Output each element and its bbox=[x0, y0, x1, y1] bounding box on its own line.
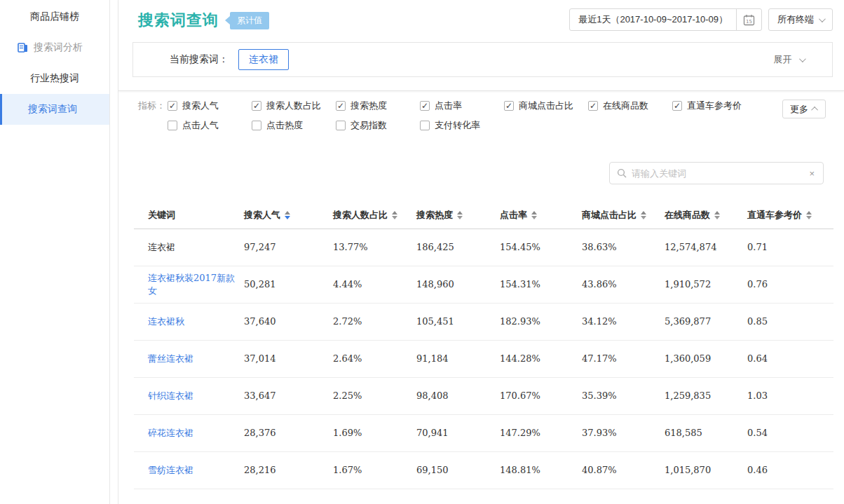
column-header-label: 关键词 bbox=[148, 210, 175, 220]
checkbox-checked-icon[interactable]: ✓ bbox=[336, 101, 346, 111]
value-cell: 154.31% bbox=[500, 266, 582, 303]
more-metrics-button[interactable]: 更多 bbox=[782, 100, 826, 118]
keyword-link-cell[interactable]: 碎花连衣裙 bbox=[134, 414, 244, 451]
sidebar-item-industry-hot-words[interactable]: 行业热搜词 bbox=[0, 63, 109, 94]
sidebar-item-search-word-analysis[interactable]: 搜索词分析 bbox=[0, 32, 109, 63]
value-cell: 2.72% bbox=[333, 303, 416, 340]
sidebar-item-product-shop-ranking[interactable]: 商品店铺榜 bbox=[0, 1, 109, 32]
keyword-search-box: × bbox=[609, 162, 824, 184]
metric-checkbox-label: 点击热度 bbox=[266, 119, 303, 132]
sort-arrows-icon[interactable] bbox=[641, 211, 646, 219]
value-cell: 28,216 bbox=[244, 451, 333, 489]
sort-arrows-icon[interactable] bbox=[806, 211, 812, 219]
value-cell: 13.77% bbox=[333, 229, 416, 266]
search-icon bbox=[617, 168, 627, 178]
metric-checkbox-label: 直通车参考价 bbox=[687, 100, 742, 112]
sortable-column-header[interactable]: 直通车参考价 bbox=[747, 202, 833, 229]
checkbox-checked-icon[interactable]: ✓ bbox=[672, 101, 682, 111]
value-cell: 1.03 bbox=[747, 377, 833, 414]
metric-checkbox-item[interactable]: 交易指数 bbox=[336, 119, 420, 132]
checkbox-checked-icon[interactable]: ✓ bbox=[420, 101, 430, 111]
terminal-filter-dropdown[interactable]: 所有终端 bbox=[768, 8, 833, 31]
value-cell: 147.29% bbox=[500, 414, 582, 451]
metrics-selector: 指标： ✓搜索人气✓搜索人数占比✓搜索热度✓点击率✓商城点击占比✓在线商品数✓直… bbox=[138, 100, 833, 132]
keyword-link-cell[interactable]: 连衣裙秋装2017新款女 bbox=[134, 266, 244, 303]
table-row: 连衣裙秋装2017新款女50,2814.44%148,960154.31%43.… bbox=[134, 266, 833, 303]
metric-checkbox-item[interactable]: 支付转化率 bbox=[420, 119, 504, 132]
metric-checkbox-item[interactable]: ✓点击率 bbox=[420, 100, 504, 112]
metric-checkbox-item[interactable]: 点击人气 bbox=[168, 119, 252, 132]
keyword-link-cell[interactable]: 蕾丝连衣裙 bbox=[134, 340, 244, 377]
metric-checkbox-item[interactable]: ✓搜索人数占比 bbox=[252, 100, 336, 112]
value-cell: 97,247 bbox=[244, 229, 333, 266]
metric-checkbox-item[interactable]: ✓在线商品数 bbox=[588, 100, 672, 112]
value-cell: 0.64 bbox=[747, 340, 833, 377]
value-cell: 50,281 bbox=[244, 266, 333, 303]
sortable-column-header[interactable]: 搜索人数占比 bbox=[333, 202, 416, 229]
column-header-label: 直通车参考价 bbox=[747, 210, 802, 220]
sortable-column-header[interactable]: 在线商品数 bbox=[665, 202, 747, 229]
keyword-link-cell[interactable]: 雪纺连衣裙 bbox=[134, 451, 244, 489]
calendar-icon[interactable]: 15 bbox=[736, 9, 761, 30]
checkbox-unchecked-icon[interactable] bbox=[168, 121, 177, 130]
sort-arrows-icon[interactable] bbox=[285, 211, 290, 219]
metric-checkbox-item[interactable]: ✓搜索人气 bbox=[168, 100, 252, 112]
metric-checkbox-item[interactable]: ✓商城点击占比 bbox=[504, 100, 588, 112]
sort-arrows-icon[interactable] bbox=[392, 211, 397, 219]
keyword-link-cell[interactable]: 连衣裙秋 bbox=[134, 303, 244, 340]
sort-arrows-icon[interactable] bbox=[531, 211, 537, 219]
value-cell: 1.69% bbox=[333, 414, 416, 451]
clear-search-icon[interactable]: × bbox=[808, 168, 816, 179]
date-range-picker[interactable]: 最近1天（2017-10-09~2017-10-09） 15 bbox=[569, 8, 762, 31]
date-range-text[interactable]: 最近1天（2017-10-09~2017-10-09） bbox=[570, 9, 736, 30]
main-content: 搜索词查询 累计值 最近1天（2017-10-09~2017-10-09） 15… bbox=[118, 0, 844, 504]
sortable-column-header[interactable]: 搜索人气 bbox=[244, 202, 333, 229]
checkbox-unchecked-icon[interactable] bbox=[336, 121, 346, 130]
metric-checkbox-item[interactable]: ✓直通车参考价 bbox=[672, 100, 756, 112]
keyword-link-cell[interactable]: 针织连衣裙 bbox=[134, 377, 244, 414]
column-header-label: 商城点击占比 bbox=[582, 210, 637, 220]
metric-checkbox-label: 交易指数 bbox=[350, 119, 387, 132]
sortable-column-header[interactable]: 点击率 bbox=[500, 202, 582, 229]
metric-checkbox-label: 搜索热度 bbox=[350, 100, 387, 112]
sidebar-item-label: 商品店铺榜 bbox=[30, 11, 79, 23]
column-header: 关键词 bbox=[134, 202, 244, 229]
metric-checkbox-label: 搜索人气 bbox=[182, 100, 219, 112]
table-row: 连衣裙秋37,6402.72%105,451182.93%34.12%5,369… bbox=[134, 303, 833, 340]
sortable-column-header[interactable]: 商城点击占比 bbox=[582, 202, 665, 229]
checkbox-checked-icon[interactable]: ✓ bbox=[168, 101, 177, 111]
value-cell: 38.63% bbox=[582, 229, 665, 266]
value-cell: 0.54 bbox=[747, 414, 833, 451]
metric-checkbox-item[interactable]: 点击热度 bbox=[252, 119, 336, 132]
analysis-book-icon bbox=[18, 43, 29, 53]
checkbox-checked-icon[interactable]: ✓ bbox=[588, 101, 598, 111]
checkbox-checked-icon[interactable]: ✓ bbox=[504, 101, 514, 111]
value-cell: 4.44% bbox=[333, 266, 416, 303]
sidebar-item-search-word-query[interactable]: 搜索词查询 bbox=[0, 94, 109, 125]
keyword-search-input[interactable] bbox=[632, 168, 808, 179]
checkbox-unchecked-icon[interactable] bbox=[252, 121, 261, 130]
value-cell: 12,574,874 bbox=[665, 229, 747, 266]
sortable-column-header[interactable]: 搜索热度 bbox=[416, 202, 500, 229]
column-header-label: 搜索热度 bbox=[416, 210, 453, 220]
table-row: 雪纺连衣裙28,2161.67%69,150148.81%40.87%1,015… bbox=[134, 451, 833, 489]
sidebar-item-label: 行业热搜词 bbox=[30, 72, 79, 85]
metric-checkbox-label: 搜索人数占比 bbox=[266, 100, 321, 112]
more-label: 更多 bbox=[790, 103, 808, 116]
table-body: 连衣裙97,24713.77%186,425154.45%38.63%12,57… bbox=[134, 229, 833, 489]
current-term-tag[interactable]: 连衣裙 bbox=[238, 49, 289, 70]
svg-text:15: 15 bbox=[746, 19, 752, 25]
value-cell: 1,015,870 bbox=[665, 451, 747, 489]
expand-toggle[interactable]: 展开 bbox=[773, 53, 804, 66]
value-cell: 37,640 bbox=[244, 303, 333, 340]
sidebar-item-label: 搜索词分析 bbox=[34, 41, 83, 54]
sort-arrows-icon[interactable] bbox=[714, 211, 720, 219]
value-cell: 0.71 bbox=[747, 229, 833, 266]
sort-arrows-icon[interactable] bbox=[457, 211, 463, 219]
checkbox-unchecked-icon[interactable] bbox=[420, 121, 430, 130]
value-cell: 98,408 bbox=[416, 377, 500, 414]
metric-checkbox-item[interactable]: ✓搜索热度 bbox=[336, 100, 420, 112]
value-cell: 148,960 bbox=[416, 266, 500, 303]
value-cell: 35.39% bbox=[582, 377, 665, 414]
checkbox-checked-icon[interactable]: ✓ bbox=[252, 101, 261, 111]
